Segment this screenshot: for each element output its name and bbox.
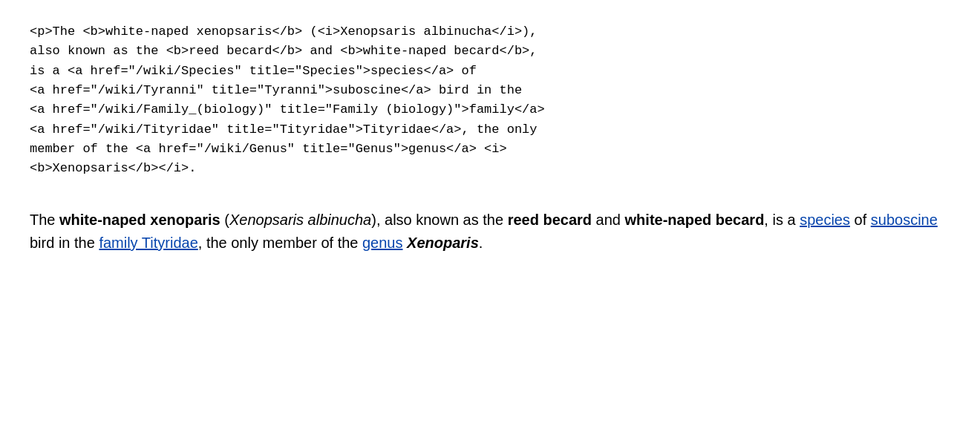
prose-bird-in-the: bird in the [30,235,99,251]
prose-suboscine-link[interactable]: suboscine [871,212,938,228]
rendered-prose-block: The white-naped xenoparis (Xenopsaris al… [30,209,950,255]
prose-xenoparis: Xenoparis [407,235,479,251]
prose-of: of [850,212,871,228]
prose-common-name: white-naped xenoparis [59,212,220,228]
prose-only-member: , the only member of the [198,235,362,251]
prose-period: . [479,235,483,251]
prose-genus-link[interactable]: genus [362,235,403,251]
prose-is-a: , is a [764,212,800,228]
prose-family-link[interactable]: family Tityridae [99,235,197,251]
prose-and: and [592,212,624,228]
prose-species-link[interactable]: species [800,212,850,228]
prose-intro: The [30,212,59,228]
prose-also-known: , also known as the [376,212,508,228]
html-code-block: <p>The <b>white-naped xenopsaris</b> (<i… [30,22,950,179]
prose-reed-becard: reed becard [508,212,592,228]
prose-white-naped: white-naped becard [625,212,765,228]
prose-italic-name: (Xenopsaris albinucha) [220,212,376,228]
